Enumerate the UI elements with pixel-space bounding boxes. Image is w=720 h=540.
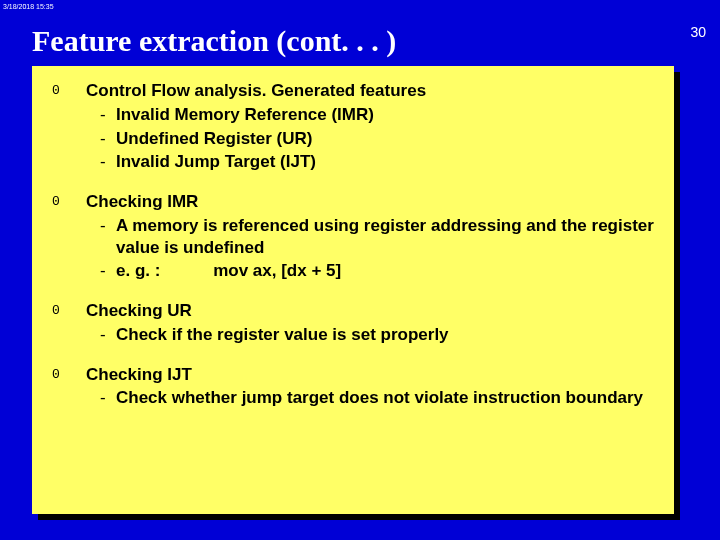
page-title: Feature extraction (cont. . . ) [32, 24, 396, 58]
dash-icon: - [86, 215, 116, 259]
bullet-icon: 0 [52, 191, 86, 282]
timestamp: 3/18/2018 15:35 [3, 3, 54, 10]
sub-item: - Invalid Jump Target (IJT) [86, 151, 654, 173]
sub-text: Invalid Jump Target (IJT) [116, 151, 654, 173]
eg-code: mov ax, [dx + 5] [213, 260, 341, 282]
eg-label: e. g. : [116, 261, 160, 280]
bullet-icon: 0 [52, 364, 86, 410]
item-head: Checking IMR [86, 191, 654, 213]
item-body: Checking UR - Check if the register valu… [86, 300, 654, 346]
item-head: Checking IJT [86, 364, 654, 386]
sub-text: e. g. : mov ax, [dx + 5] [116, 260, 654, 282]
list-item: 0 Checking IMR - A memory is referenced … [52, 191, 654, 282]
content-panel: 0 Control Flow analysis. Generated featu… [32, 66, 674, 514]
sub-text: Check whether jump target does not viola… [116, 387, 654, 409]
sub-item: - Invalid Memory Reference (IMR) [86, 104, 654, 126]
dash-icon: - [86, 324, 116, 346]
item-body: Control Flow analysis. Generated feature… [86, 80, 654, 173]
slide-number: 30 [690, 24, 706, 40]
dash-icon: - [86, 260, 116, 282]
item-head: Checking UR [86, 300, 654, 322]
list-item: 0 Checking UR - Check if the register va… [52, 300, 654, 346]
sub-text: Check if the register value is set prope… [116, 324, 654, 346]
sub-text: Invalid Memory Reference (IMR) [116, 104, 654, 126]
sub-item: - A memory is referenced using register … [86, 215, 654, 259]
list-item: 0 Control Flow analysis. Generated featu… [52, 80, 654, 173]
dash-icon: - [86, 104, 116, 126]
dash-icon: - [86, 128, 116, 150]
dash-icon: - [86, 387, 116, 409]
list-item: 0 Checking IJT - Check whether jump targ… [52, 364, 654, 410]
sub-text: Undefined Register (UR) [116, 128, 654, 150]
sub-item: - Undefined Register (UR) [86, 128, 654, 150]
item-head: Control Flow analysis. Generated feature… [86, 80, 654, 102]
bullet-icon: 0 [52, 300, 86, 346]
bullet-icon: 0 [52, 80, 86, 173]
sub-text: A memory is referenced using register ad… [116, 215, 654, 259]
sub-item: - e. g. : mov ax, [dx + 5] [86, 260, 654, 282]
dash-icon: - [86, 151, 116, 173]
item-body: Checking IMR - A memory is referenced us… [86, 191, 654, 282]
item-body: Checking IJT - Check whether jump target… [86, 364, 654, 410]
sub-item: - Check if the register value is set pro… [86, 324, 654, 346]
sub-item: - Check whether jump target does not vio… [86, 387, 654, 409]
